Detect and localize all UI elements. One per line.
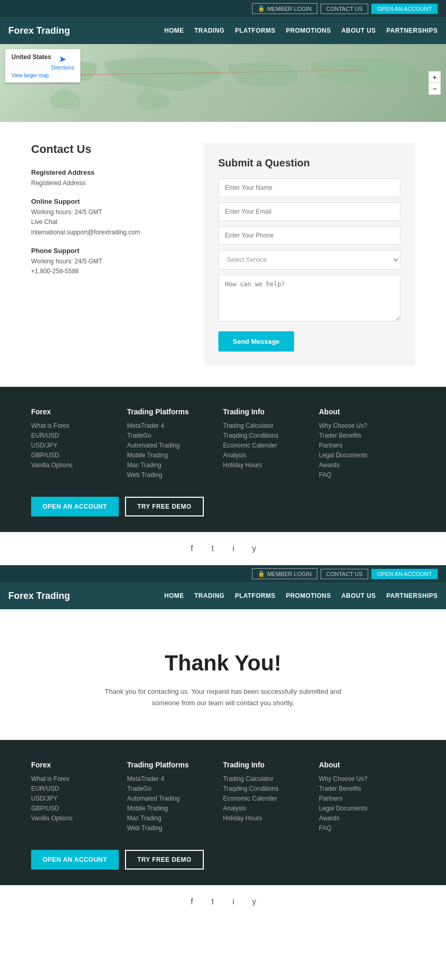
youtube-icon-2[interactable]: y	[248, 895, 260, 908]
map-country: United States ➤ Directions	[11, 53, 74, 71]
footer-platforms-link-2-1[interactable]: TradeGo	[127, 785, 223, 792]
footer-platforms-link-1-2[interactable]: Automated Trading	[127, 442, 223, 449]
youtube-icon-1[interactable]: y	[248, 542, 260, 555]
footer-about-link-1-1[interactable]: Trader Benefits	[319, 432, 415, 439]
zoom-out-button[interactable]: −	[429, 83, 440, 94]
twitter-icon-2[interactable]: t	[206, 895, 219, 908]
footer-about-link-1-0[interactable]: Why Choose Us?	[319, 422, 415, 429]
footer-info-link-2-4[interactable]: Holiday Hours	[223, 815, 319, 822]
phone-input[interactable]	[218, 226, 400, 245]
footer-buttons-1: OPEN AN ACCOUNT TRY FREE DEMO	[31, 497, 415, 516]
nav-about[interactable]: ABOUT US	[341, 27, 376, 34]
nav-promotions[interactable]: PROMOTIONS	[286, 27, 331, 34]
message-textarea[interactable]	[218, 275, 400, 321]
footer-about-link-2-4[interactable]: Awards	[319, 815, 415, 822]
footer-info-heading-2: Trading Info	[223, 761, 319, 769]
footer-col-platforms-1: Trading Platforms MetaTrader 4 TradeGo A…	[127, 408, 223, 481]
footer-platforms-link-2-5[interactable]: Web Trading	[127, 824, 223, 832]
footer-platforms-link-1-4[interactable]: Mac Trading	[127, 461, 223, 469]
footer-info-link-2-2[interactable]: Economic Calender	[223, 795, 319, 802]
footer-info-link-1-1[interactable]: Traqding Conditions	[223, 432, 319, 439]
footer-about-link-2-5[interactable]: FAQ	[319, 824, 415, 832]
social-bar-2: f t i y	[0, 885, 446, 918]
footer-platforms-heading-2: Trading Platforms	[127, 761, 223, 769]
footer-forex-link-1-4[interactable]: Vanilla Options	[31, 461, 127, 469]
footer-about-link-1-2[interactable]: Partners	[319, 442, 415, 449]
footer-platforms-link-1-0[interactable]: MetaTrader 4	[127, 422, 223, 429]
facebook-icon-1[interactable]: f	[186, 542, 198, 555]
footer-forex-link-1-3[interactable]: GBP/USD	[31, 452, 127, 459]
footer-forex-link-1-0[interactable]: What is Forex	[31, 422, 127, 429]
footer-forex-link-2-4[interactable]: Vanilla Options	[31, 815, 127, 822]
zoom-in-button[interactable]: +	[429, 72, 440, 83]
nav2-trading[interactable]: TRADING	[194, 592, 225, 599]
contact-us-button-2[interactable]: CONTACT US	[320, 569, 369, 579]
footer-forex-link-2-3[interactable]: GBP/USD	[31, 805, 127, 812]
instagram-icon-1[interactable]: i	[227, 542, 240, 555]
contact-us-button[interactable]: CONTACT US	[320, 4, 369, 14]
registered-address-value: Registered Address	[31, 178, 183, 188]
footer-info-link-2-3[interactable]: Analysis	[223, 805, 319, 812]
nav2-home[interactable]: HOME	[164, 592, 184, 599]
footer-info-link-1-4[interactable]: Holiday Hours	[223, 461, 319, 469]
footer-col-info-2: Trading Info Trading Calculator Traqding…	[223, 761, 319, 834]
footer-info-link-1-3[interactable]: Analysis	[223, 452, 319, 459]
contact-section: Contact Us Registered Address Registered…	[0, 122, 446, 387]
nav-platforms[interactable]: PLATFORMS	[235, 27, 275, 34]
footer-info-link-1-2[interactable]: Economic Calender	[223, 442, 319, 449]
footer-forex-link-2-0[interactable]: What is Forex	[31, 775, 127, 782]
footer-about-link-2-3[interactable]: Legal Documents	[319, 805, 415, 812]
footer-platforms-link-2-3[interactable]: Mobile Trading	[127, 805, 223, 812]
member-login-button-2[interactable]: 🔒 MEMBER LOGIN	[252, 568, 317, 579]
footer-col-about-1: About Why Choose Us? Trader Benefits Par…	[319, 408, 415, 481]
footer-about-link-2-2[interactable]: Partners	[319, 795, 415, 802]
open-account-footer-button-2[interactable]: OPEN AN ACCOUNT	[31, 850, 119, 870]
footer-platforms-link-1-5[interactable]: Web Trading	[127, 471, 223, 479]
directions-button[interactable]: ➤ Directions	[51, 53, 74, 71]
nav-home[interactable]: HOME	[164, 27, 184, 34]
send-message-button[interactable]: Send Message	[218, 331, 294, 352]
service-select[interactable]: Select Service	[218, 250, 400, 270]
footer-forex-link-2-1[interactable]: EUR/USD	[31, 785, 127, 792]
nav-partnerships[interactable]: PARTNERSHIPS	[386, 27, 438, 34]
footer-about-link-1-5[interactable]: FAQ	[319, 471, 415, 479]
navbar-2: Forex Trading HOME TRADING PLATFORMS PRO…	[0, 582, 446, 609]
footer-info-link-2-0[interactable]: Trading Calculator	[223, 775, 319, 782]
footer-info-link-2-1[interactable]: Traqding Conditions	[223, 785, 319, 792]
footer-platforms-link-1-3[interactable]: Mobile Trading	[127, 452, 223, 459]
nav-trading[interactable]: TRADING	[194, 27, 225, 34]
nav2-promotions[interactable]: PROMOTIONS	[286, 592, 331, 599]
open-account-footer-button-1[interactable]: OPEN AN ACCOUNT	[31, 497, 119, 516]
footer-col-platforms-2: Trading Platforms MetaTrader 4 TradeGo A…	[127, 761, 223, 834]
footer-about-link-2-1[interactable]: Trader Benefits	[319, 785, 415, 792]
footer-col-forex-1: Forex What is Forex EUR/USD USD/JPY GBP/…	[31, 408, 127, 481]
footer-forex-link-2-2[interactable]: USD/JPY	[31, 795, 127, 802]
member-login-button[interactable]: 🔒 MEMBER LOGIN	[252, 3, 317, 14]
view-larger-map-link[interactable]: View larger map	[11, 73, 74, 78]
footer-about-link-2-0[interactable]: Why Choose Us?	[319, 775, 415, 782]
free-demo-footer-button-1[interactable]: TRY FREE DEMO	[125, 497, 204, 516]
email-input[interactable]	[218, 202, 400, 221]
footer-platforms-link-1-1[interactable]: TradeGo	[127, 432, 223, 439]
footer-forex-link-1-2[interactable]: USD/JPY	[31, 442, 127, 449]
facebook-icon-2[interactable]: f	[186, 895, 198, 908]
open-account-button[interactable]: OPEN AN ACCOUNT	[371, 4, 438, 14]
nav2-about[interactable]: ABOUT US	[341, 592, 376, 599]
name-input[interactable]	[218, 178, 400, 197]
open-account-button-2[interactable]: OPEN AN ACCOUNT	[371, 569, 438, 579]
footer-forex-link-1-1[interactable]: EUR/USD	[31, 432, 127, 439]
footer-platforms-link-2-4[interactable]: Mac Trading	[127, 815, 223, 822]
free-demo-footer-button-2[interactable]: TRY FREE DEMO	[125, 850, 204, 870]
footer-platforms-link-2-2[interactable]: Automated Trading	[127, 795, 223, 802]
footer-forex-heading-2: Forex	[31, 761, 127, 769]
nav2-partnerships[interactable]: PARTNERSHIPS	[386, 592, 438, 599]
footer-platforms-link-2-0[interactable]: MetaTrader 4	[127, 775, 223, 782]
instagram-icon-2[interactable]: i	[227, 895, 240, 908]
twitter-icon-1[interactable]: t	[206, 542, 219, 555]
footer-about-link-1-4[interactable]: Awards	[319, 461, 415, 469]
footer-info-link-1-0[interactable]: Trading Calculator	[223, 422, 319, 429]
footer-about-link-1-3[interactable]: Legal Documents	[319, 452, 415, 459]
nav2-platforms[interactable]: PLATFORMS	[235, 592, 275, 599]
svg-line-2	[93, 83, 145, 93]
navbar: Forex Trading HOME TRADING PLATFORMS PRO…	[0, 17, 446, 44]
